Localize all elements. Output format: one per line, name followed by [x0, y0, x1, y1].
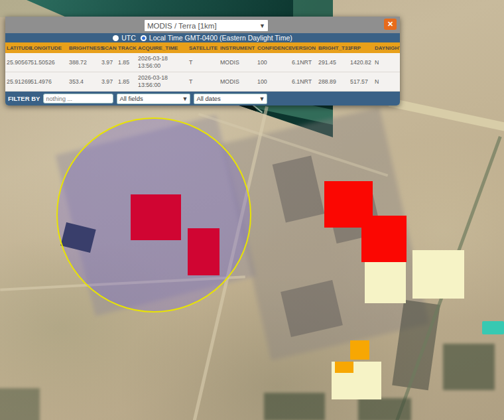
- filter-dates-select[interactable]: All dates ▼: [194, 94, 267, 104]
- cell-scan: 3.97: [100, 78, 117, 85]
- cell-brightness: 388.72: [68, 59, 100, 66]
- cell-longitude: 51.4976: [29, 78, 68, 85]
- table-header-row: LATITUDE LONGITUDE BRIGHTNESS SCAN TRACK…: [5, 42, 400, 53]
- chevron-down-icon: ▼: [259, 96, 265, 102]
- cell-daynight: N: [373, 78, 400, 85]
- dark-ground-patch: [264, 393, 325, 420]
- cell-frp: 1420.82: [349, 59, 373, 66]
- fire-detection-row[interactable]: 25.91269 51.4976 353.4 3.97 1.85 2026-03…: [5, 72, 400, 92]
- cell-bright-t31: 291.45: [317, 59, 349, 66]
- dark-ground-patch: [0, 388, 40, 420]
- close-icon: ✕: [387, 20, 393, 29]
- dark-ground-patch: [358, 398, 411, 420]
- col-scan: SCAN: [100, 45, 117, 51]
- fire-footprint-red-2[interactable]: [361, 216, 407, 262]
- cell-satellite: T: [188, 59, 219, 66]
- col-longitude: LONGITUDE: [29, 45, 68, 51]
- time-mode-bar: UTC Local Time GMT-0400 (Eastern Dayligh…: [5, 33, 400, 42]
- dataset-select-value: MODIS / Terra [1km]: [147, 22, 217, 30]
- cell-confidence: 100: [256, 59, 290, 66]
- local-time-radio-label: Local Time GMT-0400 (Eastern Daylight Ti…: [149, 34, 292, 42]
- col-latitude: LATITUDE: [5, 45, 29, 51]
- col-brightness: BRIGHTNESS: [68, 45, 100, 51]
- beach-strip: [389, 98, 504, 133]
- filter-fields-select[interactable]: All fields ▼: [117, 94, 190, 104]
- local-time-radio[interactable]: [141, 35, 147, 41]
- fire-footprint-crimson-2[interactable]: [188, 228, 220, 275]
- chevron-down-icon: ▼: [182, 96, 188, 102]
- dataset-select[interactable]: MODIS / Terra [1km] ▼: [144, 19, 269, 32]
- utc-radio[interactable]: [113, 35, 119, 41]
- filter-fields-value: All fields: [119, 95, 143, 102]
- col-frp: FRP: [349, 45, 373, 51]
- turquoise-pool: [482, 321, 504, 334]
- filter-bar: FILTER BY All fields ▼ All dates ▼: [5, 92, 400, 105]
- cell-scan: 3.97: [100, 59, 117, 66]
- fire-footprint-orange-1[interactable]: [350, 340, 369, 360]
- fire-footprint-cream-1[interactable]: [365, 262, 406, 303]
- col-track: TRACK: [117, 45, 137, 51]
- filter-input[interactable]: [43, 94, 113, 104]
- cell-instrument: MODIS: [219, 59, 256, 66]
- panel-titlebar: MODIS / Terra [1km] ▼ ✕: [5, 17, 400, 33]
- cell-track: 1.85: [117, 59, 137, 66]
- cell-longitude: 51.50526: [29, 59, 68, 66]
- cell-acquire-time: 2026-03-18 13:56:00: [137, 55, 188, 70]
- col-daynight: DAYNIGHT: [373, 45, 400, 51]
- filter-by-label: FILTER BY: [8, 95, 40, 102]
- fire-detection-row[interactable]: 25.90567 51.50526 388.72 3.97 1.85 2026-…: [5, 53, 400, 72]
- cell-version: 6.1NRT: [290, 78, 317, 85]
- cell-latitude: 25.91269: [5, 78, 29, 85]
- cell-satellite: T: [188, 78, 219, 85]
- local-time-radio-group[interactable]: Local Time GMT-0400 (Eastern Daylight Ti…: [141, 34, 292, 42]
- close-button[interactable]: ✕: [384, 19, 397, 30]
- dark-vegetation-patch: [443, 344, 495, 390]
- cell-brightness: 353.4: [68, 78, 100, 85]
- cell-confidence: 100: [256, 78, 290, 85]
- chevron-down-icon: ▼: [259, 23, 265, 29]
- cell-frp: 517.57: [349, 78, 373, 85]
- col-satellite: SATELLITE: [188, 45, 219, 51]
- cell-latitude: 25.90567: [5, 59, 29, 66]
- cell-track: 1.85: [117, 78, 137, 85]
- cell-bright-t31: 288.89: [317, 78, 349, 85]
- col-version: VERSION: [290, 45, 317, 51]
- col-instrument: INSTRUMENT: [219, 45, 256, 51]
- fire-footprint-orange-2[interactable]: [335, 362, 353, 373]
- col-bright-t31: BRIGHT_T31: [317, 45, 349, 51]
- filter-dates-value: All dates: [196, 95, 220, 102]
- utc-radio-label: UTC: [121, 34, 136, 42]
- firms-data-panel: MODIS / Terra [1km] ▼ ✕ UTC Local Time G…: [5, 17, 400, 105]
- cell-version: 6.1NRT: [290, 59, 317, 66]
- firms-map-screen: MODIS / Terra [1km] ▼ ✕ UTC Local Time G…: [0, 0, 504, 420]
- fire-footprint-crimson-1[interactable]: [131, 194, 181, 240]
- cell-instrument: MODIS: [219, 78, 256, 85]
- col-acquire-time: ACQUIRE_TIME: [137, 45, 188, 51]
- col-confidence: CONFIDENCE: [256, 45, 290, 51]
- fire-footprint-cream-2[interactable]: [412, 250, 464, 299]
- cell-acquire-time: 2026-03-18 13:56:00: [137, 74, 188, 89]
- cell-daynight: N: [373, 59, 400, 66]
- utc-radio-group[interactable]: UTC: [113, 34, 136, 42]
